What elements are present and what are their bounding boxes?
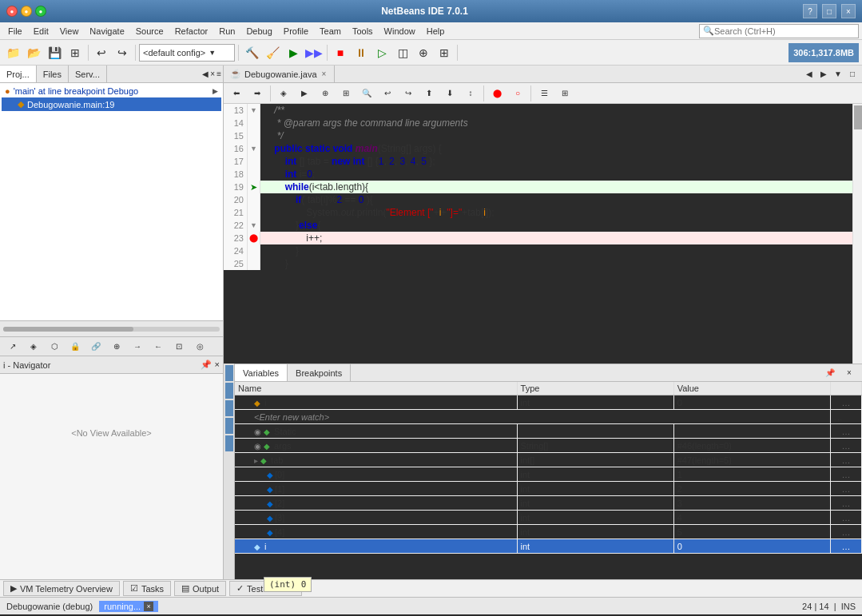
debug-thread-item[interactable]: ● 'main' at line breakpoint Debugo ▶ (2, 85, 221, 97)
et-btn-10[interactable]: ⬆ (419, 84, 439, 103)
tab-output[interactable]: ▤ Output (174, 581, 226, 596)
var-action-i[interactable]: … (830, 395, 861, 410)
ldb-btn-3[interactable]: ⬡ (45, 337, 64, 356)
debug-frame-item[interactable]: ◆ Debugowanie.main:19 (2, 97, 221, 111)
tab-variables[interactable]: Variables (235, 364, 288, 381)
menu-window[interactable]: Window (379, 25, 420, 38)
et-btn-12[interactable]: ↕ (461, 84, 480, 103)
menu-help[interactable]: Help (422, 25, 450, 38)
et-view-btn2[interactable]: ⊞ (555, 84, 574, 103)
toggle-22[interactable]: ▼ (250, 219, 257, 232)
new-project-button[interactable]: 📁 (3, 43, 22, 62)
stop-button[interactable]: ■ (331, 43, 350, 62)
var-new-watch-cell[interactable]: <Enter new watch> (235, 410, 830, 424)
tab-nav-next[interactable]: ▶ (817, 68, 830, 81)
maximize-button[interactable]: ● (35, 6, 46, 17)
ldb-btn-2[interactable]: ◈ (24, 337, 43, 356)
stop-run-icon[interactable]: × (144, 602, 153, 611)
editor-tab-close[interactable]: × (320, 70, 328, 78)
var-debug-btn-5[interactable] (225, 435, 233, 451)
et-btn-3[interactable]: ◈ (274, 84, 293, 103)
menu-navigate[interactable]: Navigate (85, 25, 129, 38)
var-action-static[interactable]: … (830, 424, 861, 439)
toolbar-btn-11[interactable]: ⊕ (414, 43, 433, 62)
breakpoint-marker-23[interactable]: ⬤ (249, 232, 258, 244)
tab-nav-prev[interactable]: ◀ (803, 68, 816, 81)
open-project-button[interactable]: 📂 (24, 43, 43, 62)
var-debug-btn-4[interactable] (225, 418, 233, 434)
tab-services[interactable]: Serv... (69, 66, 107, 82)
ldb-btn-1[interactable]: ↗ (3, 337, 22, 356)
help-button[interactable]: ? (803, 4, 817, 18)
et-btn-8[interactable]: ↩ (378, 84, 397, 103)
et-btn-2[interactable]: ➡ (248, 84, 267, 103)
et-btn-5[interactable]: ⊕ (316, 84, 335, 103)
var-action-tab0[interactable]: … (830, 467, 861, 482)
menu-file[interactable]: File (3, 25, 27, 38)
pause-button[interactable]: ⏸ (352, 43, 371, 62)
var-new-watch-label[interactable]: <Enter new watch> (238, 412, 329, 422)
ldb-btn-10[interactable]: ◎ (190, 337, 209, 356)
ldb-btn-4[interactable]: 🔒 (66, 337, 85, 356)
clean-build-button[interactable]: 🧹 (263, 43, 282, 62)
left-scroll-thumb[interactable] (3, 327, 133, 332)
memory-indicator[interactable]: 306:1,317.8MB (789, 43, 859, 62)
ldb-btn-5[interactable]: 🔗 (86, 337, 105, 356)
et-bp-btn[interactable]: ⬤ (487, 84, 506, 103)
toolbar-btn-10[interactable]: ◫ (393, 43, 412, 62)
var-debug-btn-1[interactable] (225, 365, 233, 381)
var-action-args[interactable]: … (830, 439, 861, 453)
close-button[interactable]: ● (6, 6, 18, 17)
et-view-btn[interactable]: ☰ (534, 84, 554, 103)
left-panel-menu-btn[interactable]: ≡ (216, 70, 221, 78)
window-close-button[interactable]: × (841, 4, 856, 18)
navigator-close-icon[interactable]: × (215, 360, 220, 370)
run-button[interactable]: ▶ (284, 43, 303, 62)
et-btn-11[interactable]: ⬇ (440, 84, 459, 103)
config-selector[interactable]: <default config> ▼ (139, 44, 235, 62)
ldb-btn-7[interactable]: → (128, 337, 147, 356)
tab-breakpoints[interactable]: Breakpoints (288, 364, 351, 381)
debug-button[interactable]: ▶▶ (304, 43, 324, 62)
menu-refactor[interactable]: Refactor (170, 25, 213, 38)
var-action-tab2[interactable]: … (830, 496, 861, 511)
tab-expand-prefix[interactable]: ▸ (254, 456, 258, 465)
et-btn-1[interactable]: ⬅ (227, 84, 246, 103)
menu-tools[interactable]: Tools (348, 25, 378, 38)
left-scroll-track[interactable] (3, 327, 220, 332)
var-close-btn[interactable]: × (840, 364, 859, 383)
ldb-btn-9[interactable]: ⊡ (169, 337, 189, 356)
restore-button[interactable]: □ (822, 4, 836, 18)
toggle-13[interactable]: ▼ (250, 104, 257, 117)
menu-source[interactable]: Source (131, 25, 169, 38)
var-debug-btn-2[interactable] (225, 383, 233, 399)
menu-view[interactable]: View (55, 25, 84, 38)
ldb-btn-6[interactable]: ⊕ (107, 337, 126, 356)
var-action-tab4[interactable]: … (830, 525, 861, 539)
tab-nav-menu[interactable]: ▼ (832, 68, 844, 81)
minimize-button[interactable]: ● (21, 6, 32, 17)
navigator-pin-icon[interactable]: 📌 (201, 360, 212, 370)
code-lines[interactable]: 13 ▼ /** 14 * @param args the command li… (224, 104, 852, 364)
tab-vm-telemetry[interactable]: ▶ VM Telemetry Overview (3, 581, 120, 596)
left-panel-close-btn[interactable]: × (210, 70, 215, 78)
menu-profile[interactable]: Profile (279, 25, 313, 38)
build-button[interactable]: 🔨 (242, 43, 261, 62)
var-action-tab1[interactable]: … (830, 482, 861, 496)
et-btn-7[interactable]: 🔍 (357, 84, 376, 103)
undo-button[interactable]: ↩ (92, 43, 111, 62)
editor-scrollbar[interactable] (852, 104, 862, 364)
menu-run[interactable]: Run (214, 25, 240, 38)
save-button[interactable]: 💾 (45, 43, 64, 62)
tab-tasks[interactable]: ☑ Tasks (123, 581, 171, 596)
et-btn-9[interactable]: ↪ (399, 84, 418, 103)
toolbar-btn-12[interactable]: ⊞ (435, 43, 454, 62)
var-action-i2[interactable]: … (830, 539, 861, 554)
var-action-new-watch[interactable]: … (830, 410, 861, 424)
expand-icon[interactable]: ▶ (213, 87, 218, 95)
tab-debugowanie-java[interactable]: ☕ Debugowanie.java × (224, 66, 335, 82)
menu-edit[interactable]: Edit (29, 25, 54, 38)
menu-debug[interactable]: Debug (241, 25, 276, 38)
redo-button[interactable]: ↪ (113, 43, 132, 62)
et-btn-6[interactable]: ⊞ (336, 84, 356, 103)
